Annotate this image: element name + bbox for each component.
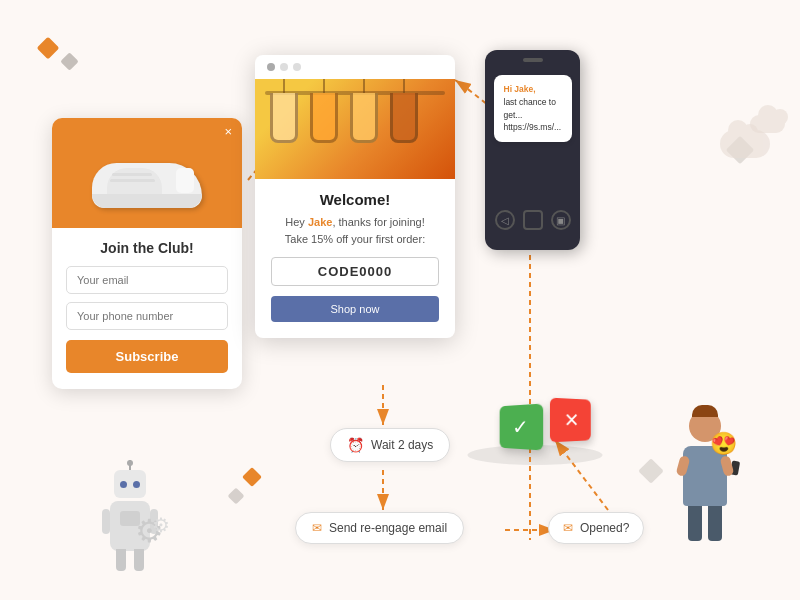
welcome-text: Hey Jake, thanks for joining!Take 15% of… — [271, 214, 439, 247]
hanger-2 — [310, 93, 338, 143]
phone-buttons: ◁ ▣ — [495, 210, 571, 230]
diamond-1 — [37, 37, 60, 60]
traffic-dot-2 — [280, 63, 288, 71]
phone-back-btn: ◁ — [495, 210, 515, 230]
person-leg-left — [688, 506, 702, 541]
alarm-icon: ⏰ — [347, 437, 364, 453]
person-leg-right — [708, 506, 722, 541]
signup-card-body: Join the Club! Subscribe — [52, 228, 242, 389]
yes-button[interactable]: ✓ — [500, 404, 544, 451]
phone-device: Hi Jake, last chance to get...https://9s… — [485, 50, 580, 250]
yes-check-icon: ✓ — [512, 415, 529, 440]
email-icon: ✉ — [312, 521, 322, 535]
shop-now-button[interactable]: Shop now — [271, 296, 439, 322]
no-cross-icon: ✕ — [563, 408, 579, 432]
cloud-1 — [720, 130, 770, 158]
hanger-4 — [390, 93, 418, 143]
signup-card: × Join the Club! Subscribe — [52, 118, 242, 389]
no-button[interactable]: ✕ — [550, 398, 591, 443]
robot-eye-right — [133, 481, 140, 488]
phone-input[interactable] — [66, 302, 228, 330]
promo-code: CODE0000 — [271, 257, 439, 286]
signup-card-title: Join the Club! — [66, 240, 228, 256]
hanger-1 — [270, 93, 298, 143]
opened-node: ✉ Opened? — [548, 512, 644, 544]
diamond-5 — [228, 488, 245, 505]
wait-node: ⏰ Wait 2 days — [330, 428, 450, 462]
robot-eye-left — [120, 481, 127, 488]
robot: ⚙ ⚙ — [90, 460, 170, 555]
close-icon[interactable]: × — [224, 124, 232, 139]
traffic-dot-1 — [267, 63, 275, 71]
email-card: Welcome! Hey Jake, thanks for joining!Ta… — [255, 55, 455, 338]
traffic-dot-3 — [293, 63, 301, 71]
email-card-body: Welcome! Hey Jake, thanks for joining!Ta… — [255, 179, 455, 338]
opened-label: Opened? — [580, 521, 629, 535]
traffic-lights — [255, 55, 455, 79]
phone-home-btn — [523, 210, 543, 230]
email-input[interactable] — [66, 266, 228, 294]
person-body: 😍 — [683, 446, 727, 506]
hanger-3 — [350, 93, 378, 143]
sms-body: last chance to get...https://9s.ms/... — [504, 97, 562, 133]
wait-label: Wait 2 days — [371, 438, 433, 452]
diamond-4 — [242, 467, 262, 487]
person: 😍 — [660, 410, 750, 560]
username-highlight: Jake — [308, 216, 332, 228]
robot-antenna — [129, 460, 131, 470]
send-reengage-label: Send re-engage email — [329, 521, 447, 535]
robot-head — [114, 470, 146, 498]
phone-menu-btn: ▣ — [551, 210, 571, 230]
send-reengage-node: ✉ Send re-engage email — [295, 512, 464, 544]
gear-icon-2: ⚙ — [152, 513, 170, 537]
welcome-title: Welcome! — [271, 191, 439, 208]
person-legs — [660, 506, 750, 541]
cloud-2 — [750, 115, 785, 133]
sms-bubble: Hi Jake, last chance to get...https://9s… — [494, 75, 572, 142]
subscribe-button[interactable]: Subscribe — [66, 340, 228, 373]
opened-email-icon: ✉ — [563, 521, 573, 535]
signup-card-header: × — [52, 118, 242, 228]
email-card-image — [255, 79, 455, 179]
sms-greeting: Hi Jake, — [504, 84, 536, 94]
heart-emoji: 😍 — [710, 431, 737, 457]
diamond-2 — [60, 52, 78, 70]
